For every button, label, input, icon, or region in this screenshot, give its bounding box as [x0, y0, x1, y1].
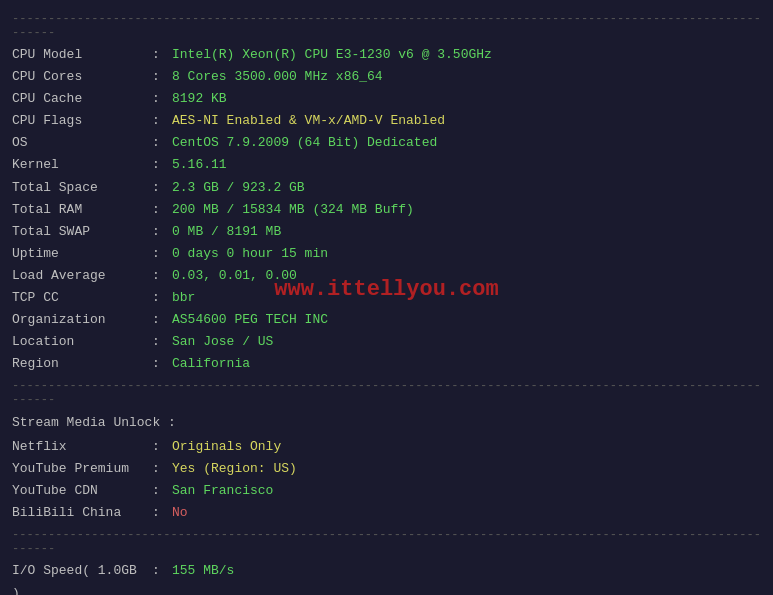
row-label: CPU Cache [12, 88, 152, 110]
row-label: Uptime [12, 243, 152, 265]
io-section: I/O Speed( 1.0GB ): 155 MB/sI/O Speed( 1… [12, 560, 761, 595]
row-value: CentOS 7.9.2009 (64 Bit) Dedicated [172, 132, 437, 154]
row-colon: : [152, 458, 172, 480]
row-value: 8192 KB [172, 88, 227, 110]
divider-2: ----------------------------------------… [12, 379, 761, 407]
row-label: Total SWAP [12, 221, 152, 243]
table-row: Netflix: Originals Only [12, 436, 761, 458]
row-colon: : [152, 287, 172, 309]
row-label: CPU Cores [12, 66, 152, 88]
row-value: AES-NI Enabled & VM-x/AMD-V Enabled [172, 110, 445, 132]
table-row: Load Average: 0.03, 0.01, 0.00 [12, 265, 761, 287]
row-label: YouTube Premium [12, 458, 152, 480]
row-colon: : [152, 480, 172, 502]
row-value: 0.03, 0.01, 0.00 [172, 265, 297, 287]
table-row: Uptime: 0 days 0 hour 15 min [12, 243, 761, 265]
table-row: Kernel: 5.16.11 [12, 154, 761, 176]
table-row: Total Space: 2.3 GB / 923.2 GB [12, 177, 761, 199]
table-row: YouTube Premium: Yes (Region: US) [12, 458, 761, 480]
table-row: YouTube CDN: San Francisco [12, 480, 761, 502]
row-colon: : [152, 199, 172, 221]
row-colon: : [152, 132, 172, 154]
row-value: 0 MB / 8191 MB [172, 221, 281, 243]
row-label: YouTube CDN [12, 480, 152, 502]
row-label: Region [12, 353, 152, 375]
row-value: No [172, 502, 188, 524]
table-row: Total SWAP: 0 MB / 8191 MB [12, 221, 761, 243]
row-colon: : [152, 177, 172, 199]
row-colon: : [152, 265, 172, 287]
row-value: 155 MB/s [172, 560, 234, 595]
row-value: 8 Cores 3500.000 MHz x86_64 [172, 66, 383, 88]
table-row: CPU Model: Intel(R) Xeon(R) CPU E3-1230 … [12, 44, 761, 66]
row-label: I/O Speed( 1.0GB ) [12, 560, 152, 595]
table-row: OS: CentOS 7.9.2009 (64 Bit) Dedicated [12, 132, 761, 154]
table-row: Region: California [12, 353, 761, 375]
table-row: CPU Cores: 8 Cores 3500.000 MHz x86_64 [12, 66, 761, 88]
row-value: California [172, 353, 250, 375]
row-label: Location [12, 331, 152, 353]
table-row: Organization: AS54600 PEG TECH INC [12, 309, 761, 331]
divider-top: ----------------------------------------… [12, 12, 761, 40]
row-colon: : [152, 436, 172, 458]
stream-header: Stream Media Unlock : [12, 411, 761, 436]
row-value: Intel(R) Xeon(R) CPU E3-1230 v6 @ 3.50GH… [172, 44, 492, 66]
table-row: Location: San Jose / US [12, 331, 761, 353]
row-value: Yes (Region: US) [172, 458, 297, 480]
table-row: CPU Cache: 8192 KB [12, 88, 761, 110]
stream-section: Netflix: Originals OnlyYouTube Premium: … [12, 436, 761, 524]
row-colon: : [152, 309, 172, 331]
row-label: Total Space [12, 177, 152, 199]
divider-3: ----------------------------------------… [12, 528, 761, 556]
row-colon: : [152, 331, 172, 353]
row-colon: : [152, 353, 172, 375]
row-label: Kernel [12, 154, 152, 176]
table-row: BiliBili China: No [12, 502, 761, 524]
cpu-section: CPU Model: Intel(R) Xeon(R) CPU E3-1230 … [12, 44, 761, 375]
row-colon: : [152, 243, 172, 265]
row-colon: : [152, 502, 172, 524]
row-label: Netflix [12, 436, 152, 458]
row-colon: : [152, 154, 172, 176]
row-value: 5.16.11 [172, 154, 227, 176]
row-colon: : [152, 88, 172, 110]
row-value: bbr [172, 287, 195, 309]
row-colon: : [152, 110, 172, 132]
table-row: CPU Flags: AES-NI Enabled & VM-x/AMD-V E… [12, 110, 761, 132]
row-label: CPU Flags [12, 110, 152, 132]
row-value: Originals Only [172, 436, 281, 458]
row-label: Total RAM [12, 199, 152, 221]
row-value: AS54600 PEG TECH INC [172, 309, 328, 331]
row-label: Organization [12, 309, 152, 331]
row-colon: : [152, 221, 172, 243]
row-value: 0 days 0 hour 15 min [172, 243, 328, 265]
row-label: CPU Model [12, 44, 152, 66]
row-colon: : [152, 560, 172, 595]
row-colon: : [152, 44, 172, 66]
row-value: 2.3 GB / 923.2 GB [172, 177, 305, 199]
row-value: San Francisco [172, 480, 273, 502]
row-value: San Jose / US [172, 331, 273, 353]
row-label: BiliBili China [12, 502, 152, 524]
row-colon: : [152, 66, 172, 88]
table-row: Total RAM: 200 MB / 15834 MB (324 MB Buf… [12, 199, 761, 221]
row-value: 200 MB / 15834 MB (324 MB Buff) [172, 199, 414, 221]
row-label: OS [12, 132, 152, 154]
row-label: TCP CC [12, 287, 152, 309]
table-row: TCP CC: bbr [12, 287, 761, 309]
row-label: Load Average [12, 265, 152, 287]
table-row: I/O Speed( 1.0GB ): 155 MB/s [12, 560, 761, 595]
